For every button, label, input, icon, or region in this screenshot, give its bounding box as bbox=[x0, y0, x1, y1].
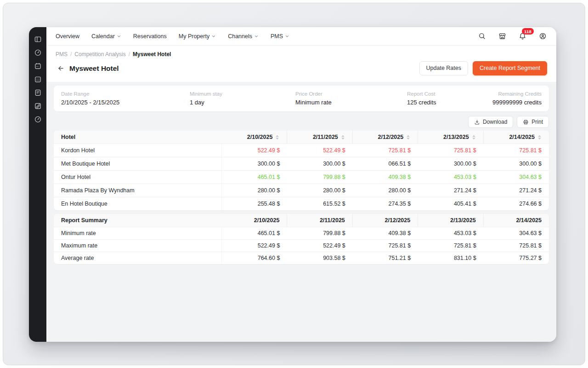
rates-table-rate-cell: 615.52 $ bbox=[287, 197, 352, 210]
summary-table-rate-cell: 799.88 $ bbox=[287, 227, 352, 239]
download-icon bbox=[474, 119, 480, 125]
chevron-down-icon bbox=[211, 34, 216, 39]
finance-icon[interactable] bbox=[31, 99, 44, 113]
update-rates-button[interactable]: Update Rates bbox=[419, 61, 468, 75]
summary-table-rate-cell: 522.49 $ bbox=[287, 240, 352, 252]
rates-table-date-header[interactable]: 2/14/2025 bbox=[484, 131, 549, 144]
date-header-label: 2/12/2025 bbox=[378, 134, 404, 140]
app-window: OverviewCalendarReservationsMy PropertyC… bbox=[29, 27, 556, 342]
rates-table-date-header[interactable]: 2/12/2025 bbox=[353, 131, 418, 144]
rates-table-rate-cell: 725.81 $ bbox=[484, 144, 549, 157]
rates-table-rate-cell: 465.01 $ bbox=[222, 171, 287, 184]
nav-item-calendar[interactable]: Calendar bbox=[91, 33, 121, 40]
info-field-value: Minimum rate bbox=[295, 99, 407, 106]
profile-icon[interactable] bbox=[538, 32, 547, 41]
icon-sidebar bbox=[29, 27, 46, 342]
calendar-event-icon[interactable] bbox=[31, 59, 44, 73]
sort-icon bbox=[406, 135, 410, 140]
rates-table-rate-cell: 280.00 $ bbox=[287, 184, 352, 197]
nav-item-my-property[interactable]: My Property bbox=[179, 33, 216, 40]
competition-rates-table: Hotel2/10/20252/11/20252/12/20252/13/202… bbox=[54, 131, 549, 210]
rates-table-rate-cell: 725.81 $ bbox=[353, 144, 418, 157]
nav-item-label: PMS bbox=[271, 33, 283, 40]
summary-table-rate-cell: 409.38 $ bbox=[353, 227, 418, 239]
summary-table-rate-cell: 725.81 $ bbox=[418, 240, 483, 252]
info-field-label: Date Range bbox=[61, 91, 190, 97]
notifications-bell-icon[interactable]: 118 bbox=[518, 32, 527, 41]
download-button[interactable]: Download bbox=[468, 116, 513, 128]
performance-gauge-icon[interactable] bbox=[31, 113, 44, 126]
nav-item-overview[interactable]: Overview bbox=[56, 33, 79, 40]
date-header-label: 2/10/2025 bbox=[254, 217, 280, 224]
summary-table-rate-cell: 453.03 $ bbox=[418, 227, 483, 239]
sort-icon bbox=[537, 135, 542, 140]
rates-table-row-label: En Hotel Boutique bbox=[54, 197, 222, 210]
nav-right-icons: 118 bbox=[477, 32, 547, 41]
search-icon[interactable] bbox=[477, 32, 486, 41]
marketplace-icon[interactable] bbox=[498, 32, 507, 41]
top-navbar: OverviewCalendarReservationsMy PropertyC… bbox=[46, 27, 556, 46]
nav-item-label: Channels bbox=[228, 33, 252, 40]
dashboard-gauge-icon[interactable] bbox=[31, 46, 44, 59]
summary-table-date-header: 2/13/2025 bbox=[418, 214, 483, 227]
summary-table-row-label: Average rate bbox=[54, 252, 222, 264]
title-row: Mysweet Hotel Update Rates Create Report… bbox=[56, 61, 547, 75]
summary-table-rate-cell: 775.27 $ bbox=[484, 252, 549, 264]
calendar-month-icon[interactable] bbox=[31, 73, 44, 86]
back-arrow-icon[interactable] bbox=[56, 63, 66, 74]
rates-table-date-header[interactable]: 2/13/2025 bbox=[418, 131, 483, 144]
chevron-down-icon bbox=[117, 34, 121, 39]
info-field-report-cost: Report Cost125 credits bbox=[407, 91, 492, 106]
rates-table-date-header[interactable]: 2/10/2025 bbox=[222, 131, 287, 144]
sort-icon bbox=[472, 135, 476, 140]
rates-table-date-header[interactable]: 2/11/2025 bbox=[287, 131, 352, 144]
info-field-label: Minimum stay bbox=[190, 91, 295, 97]
rates-table-rate-cell: 271.24 $ bbox=[484, 184, 549, 197]
date-header-label: 2/11/2025 bbox=[320, 217, 345, 224]
summary-table-rate-cell: 465.01 $ bbox=[222, 227, 287, 239]
info-field-price-order: Price OrderMinimum rate bbox=[295, 91, 407, 106]
breadcrumb-item[interactable]: Competition Analysis bbox=[74, 51, 125, 58]
info-field-value: 125 credits bbox=[407, 99, 492, 106]
info-field-label: Price Order bbox=[295, 91, 407, 97]
breadcrumb-item[interactable]: PMS bbox=[56, 51, 68, 58]
date-header-label: 2/14/2025 bbox=[516, 217, 542, 224]
info-field-label: Report Cost bbox=[407, 91, 492, 97]
summary-table-row: Maximum rate522.49 $522.49 $725.81 $725.… bbox=[54, 239, 549, 252]
rates-table-rate-cell: 300.00 $ bbox=[222, 157, 287, 170]
nav-item-pms[interactable]: PMS bbox=[271, 33, 289, 40]
breadcrumb: PMS/Competition Analysis/Mysweet Hotel bbox=[56, 51, 547, 58]
sort-icon bbox=[341, 135, 345, 140]
nav-item-channels[interactable]: Channels bbox=[228, 33, 259, 40]
page-title: Mysweet Hotel bbox=[69, 64, 119, 73]
breadcrumb-item: Mysweet Hotel bbox=[133, 51, 171, 58]
rates-table-rate-cell: 725.81 $ bbox=[418, 144, 483, 157]
rates-table-rate-cell: 280.00 $ bbox=[353, 184, 418, 197]
sidebar-toggle-icon[interactable] bbox=[31, 33, 44, 46]
nav-item-reservations[interactable]: Reservations bbox=[133, 33, 167, 40]
content-area: Date Range2/10/2025 - 2/15/2025Minimum s… bbox=[46, 82, 556, 342]
date-header-label: 2/11/2025 bbox=[313, 134, 338, 140]
info-field-minimum-stay: Minimum stay1 day bbox=[190, 91, 295, 106]
chevron-down-icon bbox=[254, 34, 259, 39]
main-column: OverviewCalendarReservationsMy PropertyC… bbox=[46, 27, 556, 342]
rates-table-rate-cell: 274.66 $ bbox=[484, 197, 549, 210]
nav-item-label: Calendar bbox=[91, 33, 115, 40]
summary-table-row-label: Minimum rate bbox=[54, 227, 222, 239]
summary-table-first-header: Report Summary bbox=[54, 214, 222, 227]
summary-table-rate-cell: 304.63 $ bbox=[484, 227, 549, 239]
header-actions: Update Rates Create Report Segment bbox=[419, 61, 547, 75]
summary-table-rate-cell: 522.49 $ bbox=[222, 240, 287, 252]
print-button[interactable]: Print bbox=[517, 116, 549, 128]
nav-item-label: My Property bbox=[179, 33, 209, 40]
table-toolbar: Download Print bbox=[54, 116, 549, 128]
journal-icon[interactable] bbox=[31, 86, 44, 99]
summary-table-rate-cell: 751.21 $ bbox=[353, 252, 418, 264]
print-label: Print bbox=[531, 119, 543, 125]
date-header-label: 2/10/2025 bbox=[247, 134, 273, 140]
create-report-segment-button[interactable]: Create Report Segment bbox=[473, 61, 547, 75]
rates-table-row-label: Ramada Plaza By Wyndham bbox=[54, 184, 222, 197]
nav-item-label: Overview bbox=[56, 33, 79, 40]
summary-table-row-label: Maximum rate bbox=[54, 240, 222, 252]
rates-table-row: Met Boutique Hotel300.00 $300.00 $066.51… bbox=[54, 157, 549, 170]
